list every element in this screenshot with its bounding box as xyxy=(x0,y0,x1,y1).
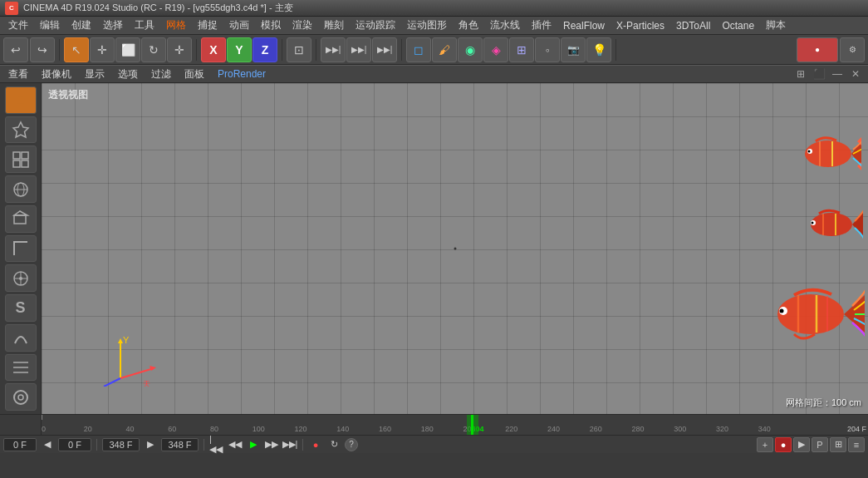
timeline-area[interactable]: 0 20 40 60 80 100 120 140 160 180 200 20… xyxy=(0,414,868,435)
vp-icon-grid[interactable]: ⊞ xyxy=(793,67,808,81)
move-tool-button[interactable]: ✛ xyxy=(90,37,115,62)
vp-menu-display[interactable]: 显示 xyxy=(81,67,108,82)
sidebar-btn-5[interactable] xyxy=(5,235,37,263)
fish-2 xyxy=(801,206,863,246)
vp-menu-camera[interactable]: 摄像机 xyxy=(38,67,75,82)
menu-snap[interactable]: 捕捉 xyxy=(193,17,223,34)
menu-script[interactable]: 脚本 xyxy=(761,17,791,34)
vp-menu-panel[interactable]: 面板 xyxy=(181,67,208,82)
anim-tool-3[interactable]: ▶▶| xyxy=(372,37,397,62)
particle-tool[interactable]: ◦ xyxy=(535,37,560,62)
sidebar-btn-1[interactable] xyxy=(5,116,37,144)
keyframe-btn[interactable]: + xyxy=(757,437,773,452)
svg-rect-6 xyxy=(22,160,28,167)
viewport-label: 透视视图 xyxy=(48,88,88,102)
viewport[interactable]: 透视视图 xyxy=(42,83,868,414)
svg-text:Y: Y xyxy=(123,337,130,345)
camera-tool[interactable]: 📷 xyxy=(561,37,586,62)
axis-z-button[interactable]: Z xyxy=(253,37,277,62)
menu-octane[interactable]: Octane xyxy=(717,18,759,33)
menu-pipeline[interactable]: 流水线 xyxy=(485,17,525,34)
record-btn[interactable]: ● xyxy=(308,437,323,452)
play-frame-input[interactable] xyxy=(161,438,199,451)
record-active-btn[interactable]: ● xyxy=(775,437,792,452)
menu-xparticles[interactable]: X-Particles xyxy=(611,18,669,33)
play-fwd-btn[interactable]: ▶▶ xyxy=(264,437,279,452)
menu-create[interactable]: 创建 xyxy=(66,17,96,34)
svg-point-19 xyxy=(14,391,27,404)
vp-menu-filter[interactable]: 过滤 xyxy=(148,67,174,82)
axis-y-button[interactable]: Y xyxy=(227,37,252,62)
sidebar-btn-7[interactable]: S xyxy=(5,294,37,322)
vp-menu-options[interactable]: 选项 xyxy=(115,67,141,82)
material-tool[interactable]: ◈ xyxy=(483,37,508,62)
sidebar-btn-6[interactable] xyxy=(5,264,37,292)
goto-end-btn[interactable]: ▶▶| xyxy=(282,437,297,452)
cube-tool[interactable]: ◻ xyxy=(406,37,431,62)
menu-simulate[interactable]: 模拟 xyxy=(256,17,286,34)
help-btn[interactable]: ? xyxy=(345,438,358,451)
sidebar-btn-9[interactable] xyxy=(5,354,37,382)
sidebar-btn-2[interactable] xyxy=(5,145,37,173)
menu-mograph[interactable]: 运动图形 xyxy=(402,17,452,34)
menu-tools[interactable]: 工具 xyxy=(130,17,159,34)
vp-icon-minimize[interactable]: — xyxy=(830,67,845,81)
sidebar-btn-3[interactable] xyxy=(5,175,37,203)
menu-3dtall[interactable]: 3DToAll xyxy=(671,18,715,33)
grid-tool[interactable]: ⊞ xyxy=(509,37,534,62)
axis-x-button[interactable]: X xyxy=(201,37,226,62)
sidebar-btn-4[interactable] xyxy=(5,205,37,233)
menu-file[interactable]: 文件 xyxy=(3,17,33,34)
menu-character[interactable]: 角色 xyxy=(454,17,483,34)
current-frame-input[interactable] xyxy=(3,438,37,451)
anim-tool-2[interactable]: ▶▶| xyxy=(346,37,371,62)
rotate-tool-button[interactable]: ↻ xyxy=(141,37,166,62)
brush-tool[interactable]: 🖌 xyxy=(432,37,457,62)
start-frame-input[interactable] xyxy=(58,438,91,451)
goto-start-btn[interactable]: |◀◀ xyxy=(209,437,224,452)
menu-sculpt[interactable]: 雕刻 xyxy=(319,17,349,34)
menu-realflow[interactable]: RealFlow xyxy=(558,18,610,33)
light-tool[interactable]: 💡 xyxy=(586,37,611,62)
sidebar-btn-0[interactable] xyxy=(5,86,37,114)
sphere-tool[interactable]: ◉ xyxy=(458,37,483,62)
playback-opt-btn[interactable]: ▶ xyxy=(793,437,810,452)
frame-back-btn[interactable]: ◀ xyxy=(40,437,55,452)
menu-animate[interactable]: 动画 xyxy=(224,17,254,34)
select-tool-button[interactable]: ↖ xyxy=(64,37,89,62)
fish-3 xyxy=(765,283,865,347)
menu-edit[interactable]: 编辑 xyxy=(35,17,65,34)
sidebar-btn-8[interactable] xyxy=(5,324,37,352)
vp-icon-close[interactable]: ✕ xyxy=(848,67,863,81)
anim-tool-1[interactable]: ▶▶| xyxy=(321,37,346,62)
sidebar-btn-10[interactable] xyxy=(5,383,37,411)
play-btn[interactable]: ▶ xyxy=(246,437,261,452)
frame-fwd-btn[interactable]: ▶ xyxy=(143,437,158,452)
render-settings-btn[interactable]: ⚙ xyxy=(840,37,865,62)
extra-btn-1[interactable]: ≡ xyxy=(848,437,865,452)
end-frame-input[interactable] xyxy=(102,438,140,451)
menu-plugins[interactable]: 插件 xyxy=(527,17,557,34)
render-view-btn[interactable]: ● xyxy=(797,37,838,62)
toolbar-separator-5 xyxy=(401,39,402,61)
transform-tool-button[interactable]: ✛ xyxy=(167,37,192,62)
timeline-ruler[interactable]: 0 20 40 60 80 100 120 140 160 180 200 20… xyxy=(42,415,868,435)
vp-icon-maximize[interactable]: ⬛ xyxy=(812,67,826,81)
loop-btn[interactable]: ↻ xyxy=(326,437,341,452)
menu-render[interactable]: 渲染 xyxy=(287,17,317,34)
play-back-btn[interactable]: ◀◀ xyxy=(228,437,243,452)
menu-mesh[interactable]: 网格 xyxy=(161,17,191,34)
render-btn[interactable]: P xyxy=(812,437,828,452)
scale-tool-button[interactable]: ⬜ xyxy=(115,37,140,62)
vp-menu-prorender[interactable]: ProRender xyxy=(214,67,269,81)
undo-button[interactable]: ↩ xyxy=(3,37,28,62)
svg-point-35 xyxy=(777,294,844,334)
vp-menu-view[interactable]: 查看 xyxy=(5,67,32,82)
object-manager-btn[interactable]: ⊞ xyxy=(830,437,846,452)
menu-select[interactable]: 选择 xyxy=(98,17,128,34)
toolbar-separator-3 xyxy=(282,39,282,61)
menu-motion-track[interactable]: 运动跟踪 xyxy=(351,17,400,34)
timeline-playhead[interactable] xyxy=(471,415,473,435)
lock-button[interactable]: ⊡ xyxy=(287,37,311,62)
redo-button[interactable]: ↪ xyxy=(30,37,55,62)
